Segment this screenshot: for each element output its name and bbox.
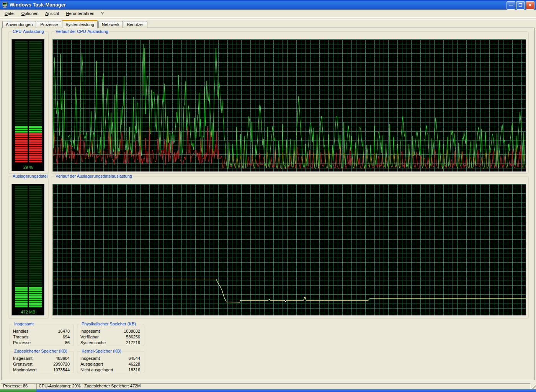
status-cpu-usage: CPU-Auslastung: 29% [36,383,82,389]
cpu-kernel-led [15,133,28,163]
stat-row: Prozesse86 [10,340,74,346]
pagefile-gauge-caption: Auslagerungsdatei [11,174,49,178]
tab-anwendungen[interactable]: Anwendungen [2,21,36,28]
menu-datei[interactable]: Datei [1,10,18,17]
tab-systemleistung[interactable]: Systemleistung [62,20,98,28]
stat-label: Systemcache [80,340,106,346]
menubar: Datei Optionen Ansicht Herunterfahren ? [0,10,536,18]
stat-value: 217216 [126,340,140,346]
stat-value: 86 [65,340,70,346]
cpu-gauge-value: 29 % [12,165,44,170]
stat-row: Threads694 [10,334,74,340]
menu-help[interactable]: ? [98,10,107,17]
stat-row: Grenzwert2990720 [10,361,74,367]
stat-value: 1038832 [124,328,140,334]
physical-memory-groupbox: Physikalischer Speicher (KB) Insgesamt10… [77,324,144,346]
taskbar-sliver[interactable] [0,389,536,392]
pagefile-history-groupbox: Verlauf der Auslagerungsdateiauslastung [51,176,529,318]
stat-label: Insgesamt [80,328,100,334]
stat-label: Insgesamt [80,356,100,361]
cpu-led-column-left [15,41,28,163]
stat-label: Grenzwert [13,361,33,367]
stat-row: Handles16478 [10,328,74,334]
titlebar[interactable]: Windows Task-Manager — ❐ ✕ [0,0,536,10]
cpu-history-plot [53,39,526,172]
stat-value: 1073544 [53,367,70,373]
pagefile-history-caption: Verlauf der Auslagerungsdateiauslastung [54,174,133,178]
stat-value: 586256 [126,334,140,340]
stat-row: Verfügbar586256 [77,334,144,340]
stat-row: Maximalwert1073544 [10,367,74,373]
stat-value: 18316 [128,367,140,373]
cpu-user-led [29,126,42,133]
pagefile-led-column-left [15,186,28,308]
status-processes: Prozesse: 86 [1,383,36,389]
commit-charge-groupbox: Zugesicherter Speicher (KB) Insgesamt483… [10,351,74,373]
stat-label: Nicht ausgelagert [80,367,113,373]
stat-label: Prozesse [13,340,31,346]
cpu-history-caption: Verlauf der CPU-Auslastung [54,29,109,34]
status-commit-charge: Zugesicherter Speicher: 472M [82,383,531,389]
minimize-button[interactable]: — [507,1,515,10]
stat-row: Insgesamt64544 [77,356,144,361]
menu-ansicht[interactable]: Ansicht [42,10,62,17]
tabstrip: Anwendungen Prozesse Systemleistung Netz… [2,20,148,28]
cpu-kernel-led [29,133,42,163]
cpu-history-chart [52,39,526,172]
restore-button[interactable]: ❐ [516,1,525,10]
stat-label: Verfügbar [80,334,99,340]
stat-value: 694 [63,334,70,340]
stat-row: Insgesamt483604 [10,356,74,361]
window-title: Windows Task-Manager [10,2,66,8]
stat-label: Insgesamt [13,356,33,361]
pagefile-gauge-panel: 472 MB [11,184,45,316]
performance-tab-page: CPU-Auslastung 29 % Verlauf der CPU-Ausl… [1,28,535,380]
totals-groupbox: Insgesamt Handles16478 Threads694 Prozes… [10,324,74,346]
pagefile-led [29,287,42,308]
cpu-user-led [15,126,28,133]
pagefile-gauge-value: 472 MB [12,310,44,314]
pagefile-history-plot [53,184,526,315]
stat-row: Systemcache217216 [77,340,144,346]
cpu-led-column-right [29,41,42,163]
stat-value: 46228 [128,361,140,367]
menu-optionen[interactable]: Optionen [18,10,42,17]
pagefile-gauge-groupbox: Auslagerungsdatei 472 MB [8,176,49,318]
tab-prozesse[interactable]: Prozesse [37,21,61,28]
pagefile-history-chart [52,184,526,316]
task-manager-icon [2,2,8,8]
cpu-gauge-panel: 29 % [11,39,45,171]
commit-charge-caption: Zugesicherter Speicher (KB) [13,349,69,353]
physical-memory-caption: Physikalischer Speicher (KB) [80,322,137,326]
task-manager-window: { "window": { "title": "Windows Task-Man… [0,0,536,392]
stat-value: 64544 [128,356,140,361]
resize-grip[interactable] [531,384,536,389]
close-button[interactable]: ✕ [526,1,534,10]
stat-value: 16478 [58,328,70,334]
tab-benutzer[interactable]: Benutzer [124,21,147,28]
cpu-gauge-caption: CPU-Auslastung [11,29,45,34]
kernel-memory-caption: Kernel-Speicher (KB) [80,349,123,353]
totals-caption: Insgesamt [13,322,35,326]
pagefile-led-column-right [29,186,42,308]
stat-value: 2990720 [53,361,70,367]
kernel-memory-groupbox: Kernel-Speicher (KB) Insgesamt64544 Ausg… [77,351,144,373]
statusbar: Prozesse: 86 CPU-Auslastung: 29% Zugesic… [0,382,536,389]
stat-value: 483604 [56,356,70,361]
start-button-sliver[interactable] [0,389,36,392]
menu-herunterfahren[interactable]: Herunterfahren [62,10,98,17]
stat-row: Ausgelagert46228 [77,361,144,367]
stat-label: Ausgelagert [80,361,103,367]
stat-row: Insgesamt1038832 [77,328,144,334]
tab-netzwerk[interactable]: Netzwerk [98,21,123,28]
stat-label: Maximalwert [13,367,37,373]
pagefile-led [15,287,28,308]
stat-label: Handles [13,328,28,334]
stat-row: Nicht ausgelagert18316 [77,367,144,373]
cpu-history-groupbox: Verlauf der CPU-Auslastung [51,31,529,174]
stat-label: Threads [13,334,28,340]
cpu-gauge-groupbox: CPU-Auslastung 29 % [8,31,49,174]
